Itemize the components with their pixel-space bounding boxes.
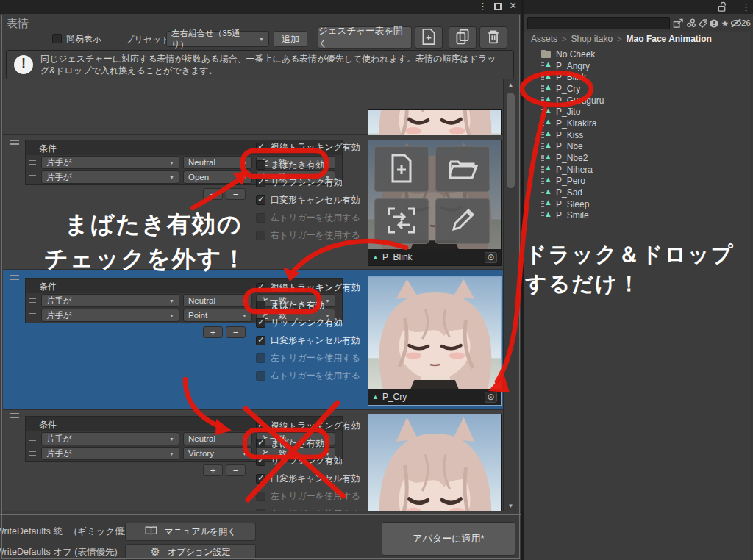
condition-drag-handle[interactable] xyxy=(29,175,36,179)
blink-checkbox[interactable]: まばたき有効 xyxy=(256,299,324,312)
maximize-icon[interactable] xyxy=(494,3,502,10)
edit-animation-button[interactable] xyxy=(435,198,490,244)
list-item[interactable]: No Cheek xyxy=(541,49,747,60)
right-trigger-checkbox[interactable]: 右トリガーを使用する xyxy=(256,370,360,382)
hand-dropdown[interactable]: 片手が xyxy=(41,432,179,445)
condition-drag-handle[interactable] xyxy=(29,160,36,165)
checkbox-box[interactable] xyxy=(256,283,265,292)
scroll-up-arrow[interactable]: ▲ xyxy=(504,82,518,88)
scrollbar-thumb[interactable] xyxy=(507,93,515,188)
eye-tracking-checkbox[interactable]: 視線トラッキング有効 xyxy=(256,420,360,432)
checkbox-box[interactable] xyxy=(256,439,265,448)
option-settings-button[interactable]: ⚙ オプション設定 xyxy=(125,544,256,560)
breadcrumb-current-folder[interactable]: Mao Face Animation xyxy=(627,34,712,44)
breadcrumb-shop-itako[interactable]: Shop itako xyxy=(571,34,613,44)
left-trigger-checkbox[interactable]: 左トリガーを使用する xyxy=(256,490,360,503)
add-condition-button[interactable]: + xyxy=(203,188,223,200)
preview-p-blink[interactable]: ▲ P_Blink ⊙ xyxy=(368,140,502,266)
list-item[interactable]: P_Nbe xyxy=(541,141,747,153)
list-item[interactable]: P_Angry xyxy=(541,60,747,72)
mouth-cancel-checkbox[interactable]: 口変形キャンセル有効 xyxy=(256,334,360,347)
search-by-type-icon[interactable] xyxy=(685,18,697,29)
checkbox-box[interactable] xyxy=(256,336,265,345)
write-defaults-off-label[interactable]: WriteDefaults オフ (表情優先) xyxy=(0,542,136,560)
open-gesture-table-button[interactable]: ジェスチャー表を開く xyxy=(318,26,412,49)
search-by-label-icon[interactable] xyxy=(697,18,709,29)
breadcrumb-assets[interactable]: Assets xyxy=(531,34,557,44)
checkbox-box[interactable] xyxy=(256,213,265,223)
checkbox-box[interactable] xyxy=(256,231,265,240)
project-menu-icon[interactable]: ⋮ xyxy=(741,1,751,12)
remove-condition-button[interactable]: − xyxy=(226,326,246,338)
delete-button[interactable] xyxy=(479,26,507,49)
simple-view-box[interactable] xyxy=(52,34,62,43)
list-item[interactable]: P_Pero xyxy=(541,176,747,187)
preview-partial[interactable] xyxy=(368,414,502,511)
preset-dropdown[interactable]: 左右組合せ（35通り） xyxy=(166,31,269,47)
list-item[interactable]: P_Nihera xyxy=(541,164,747,176)
remove-condition-button[interactable]: − xyxy=(226,464,246,476)
duplicate-button[interactable] xyxy=(449,26,477,49)
checkbox-box[interactable] xyxy=(256,318,265,328)
expression-row-p-angry[interactable]: 右トリガーを使用する ▲ P_Angry ⊙ xyxy=(3,79,503,134)
expression-row-victory[interactable]: 条件 片手が Neutral と一致 片手が Victory と一致 xyxy=(3,410,503,511)
checkbox-box[interactable] xyxy=(256,456,265,466)
row-drag-handle[interactable] xyxy=(9,275,21,281)
gesture-dropdown[interactable]: Neutral xyxy=(183,156,252,169)
new-expression-button[interactable] xyxy=(415,26,443,49)
hand-dropdown[interactable]: 片手が xyxy=(41,309,179,322)
checkbox-box[interactable] xyxy=(256,371,265,381)
vertical-scrollbar[interactable]: ▲ ▼ xyxy=(503,79,517,511)
expression-row-p-blink[interactable]: 条件 片手が Neutral と一致 片手が Open と一致 xyxy=(3,135,503,269)
row-drag-handle[interactable] xyxy=(9,140,21,146)
condition-drag-handle[interactable] xyxy=(29,298,36,303)
checkbox-box[interactable] xyxy=(256,160,265,170)
swap-animation-button[interactable] xyxy=(374,198,429,244)
gesture-dropdown[interactable]: Point xyxy=(183,309,252,322)
checkbox-box[interactable] xyxy=(256,421,265,431)
open-manual-button[interactable]: マニュアルを開く xyxy=(125,523,256,541)
window-menu-icon[interactable]: ⋮ xyxy=(478,1,488,12)
preview-p-cry[interactable]: ▲ P_Cry ⊙ xyxy=(368,276,502,406)
lip-sync-checkbox[interactable]: リップシンク有効 xyxy=(256,176,343,189)
list-item[interactable]: P_Guruguru xyxy=(541,95,747,107)
simple-view-checkbox[interactable]: 簡易表示 xyxy=(52,32,101,45)
write-defaults-options[interactable]: WriteDefaults 統一 (ギミック優先) WriteDefaults … xyxy=(0,521,136,560)
open-new-window-icon[interactable] xyxy=(672,18,684,29)
blink-checkbox[interactable]: まばたき有効 xyxy=(256,437,324,450)
close-icon[interactable]: × xyxy=(510,0,516,12)
hand-dropdown[interactable]: 片手が xyxy=(41,156,179,169)
blink-checkbox[interactable]: まばたき有効 xyxy=(256,159,324,171)
checkbox-box[interactable] xyxy=(256,353,265,363)
open-animation-button[interactable] xyxy=(435,146,490,192)
condition-drag-handle[interactable] xyxy=(29,313,36,317)
eye-tracking-checkbox[interactable]: 視線トラッキング有効 xyxy=(256,141,360,154)
list-item[interactable]: P_Smile xyxy=(541,210,747,222)
unlock-icon[interactable] xyxy=(716,1,728,12)
list-item[interactable]: P_Nbe2 xyxy=(541,152,747,164)
mouth-cancel-checkbox[interactable]: 口変形キャンセル有効 xyxy=(256,194,360,207)
gesture-dropdown[interactable]: Neutral xyxy=(183,432,252,445)
object-picker-icon[interactable]: ⊙ xyxy=(485,252,497,263)
right-trigger-checkbox[interactable]: 右トリガーを使用する xyxy=(256,229,360,242)
add-preset-button[interactable]: 追加 xyxy=(274,31,307,47)
hand-dropdown[interactable]: 片手が xyxy=(41,294,179,307)
add-condition-button[interactable]: + xyxy=(203,464,223,476)
lip-sync-checkbox[interactable]: リップシンク有効 xyxy=(256,455,343,467)
left-trigger-checkbox[interactable]: 左トリガーを使用する xyxy=(256,352,360,365)
alert-icon[interactable] xyxy=(708,18,720,29)
expression-row-p-cry[interactable]: 条件 片手が Neutral と一致 片手が Point と一致 xyxy=(3,270,503,409)
add-condition-button[interactable]: + xyxy=(203,326,223,338)
checkbox-box[interactable] xyxy=(256,301,265,310)
mouth-cancel-checkbox[interactable]: 口変形キャンセル有効 xyxy=(256,473,360,485)
list-item[interactable]: P_Sad xyxy=(541,187,747,198)
object-picker-icon[interactable]: ⊙ xyxy=(485,392,497,403)
checkbox-box[interactable] xyxy=(256,492,265,501)
checkbox-box[interactable] xyxy=(256,509,265,511)
checkbox-box[interactable] xyxy=(256,143,265,152)
condition-drag-handle[interactable] xyxy=(29,437,36,441)
hidden-eye-icon[interactable] xyxy=(730,18,742,29)
left-trigger-checkbox[interactable]: 左トリガーを使用する xyxy=(256,212,360,224)
list-item[interactable]: P_Blink xyxy=(541,71,747,83)
gesture-dropdown[interactable]: Victory xyxy=(183,447,252,460)
